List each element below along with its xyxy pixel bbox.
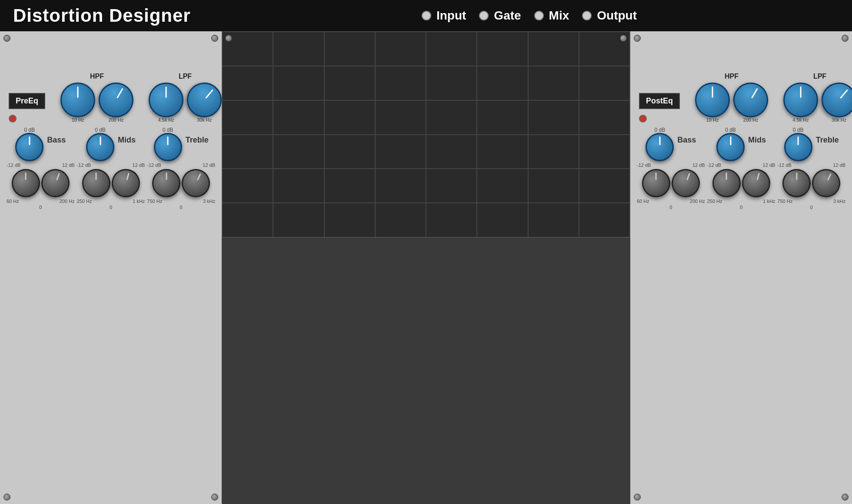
mix-meter: Mix (534, 9, 569, 23)
post-treble-zero: 0 (810, 205, 813, 210)
pre-treble-freq-min: 750 Hz (147, 199, 162, 204)
post-hpf-max: 200 Hz (743, 117, 759, 123)
grid-cell (477, 32, 528, 66)
post-bass-gain-max: 12 dB (692, 162, 705, 168)
post-hpf-knob1[interactable] (695, 83, 730, 117)
post-screw-br (842, 494, 849, 501)
pre-treble-band: 0 dB Treble -12 dB 12 dB (147, 127, 215, 497)
grid-cell (579, 66, 630, 100)
pre-treble-freq-max: 3 kHz (203, 199, 215, 204)
grid-cell (375, 100, 426, 135)
pre-treble-label: Treble (186, 136, 209, 145)
grid-cell (324, 169, 375, 203)
pre-mids-band: 0 dB Mids -12 dB 12 dB (77, 127, 145, 497)
post-screw-bl (634, 494, 641, 501)
post-hpf-min: 10 Hz (706, 117, 719, 123)
pre-bass-label: Bass (47, 136, 66, 145)
pre-mids-gain-min: -12 dB (77, 162, 91, 168)
pre-bass-freq-knob1[interactable] (12, 169, 40, 197)
pre-hpf-knob2[interactable] (92, 76, 140, 123)
post-mids-gain-knob[interactable] (716, 133, 745, 161)
post-treble-gain-max: 12 dB (833, 162, 845, 168)
pre-bass-gain-min: -12 dB (7, 162, 20, 168)
viz-screw-tl (225, 35, 232, 42)
pre-treble-gain-min: -12 dB (147, 162, 161, 168)
post-treble-gain-knob[interactable] (784, 133, 812, 161)
pre-hpf-knob1[interactable] (60, 83, 95, 117)
grid-cell (477, 100, 528, 135)
pre-treble-gain-knob[interactable] (154, 133, 182, 161)
pre-lpf-max: 30k Hz (197, 117, 212, 123)
pre-bass-gain-knob[interactable] (15, 133, 43, 161)
grid-cell (273, 169, 324, 203)
post-bass-gain-min: -12 dB (637, 162, 651, 168)
grid-cell (426, 32, 477, 66)
post-treble-freq-knob1[interactable] (782, 169, 811, 197)
post-lpf-min: 4.5k Hz (792, 117, 809, 123)
pre-bass-freq-max: 200 Hz (60, 199, 75, 204)
input-led (422, 11, 431, 20)
pre-bass-freq-min: 60 Hz (7, 199, 19, 204)
grid-cell (477, 203, 528, 237)
pre-hpf-label: HPF (90, 73, 104, 80)
grid-cell (477, 66, 528, 100)
post-mids-freq-max: 1 kHz (763, 199, 775, 204)
pre-treble-gain-max: 12 dB (203, 162, 215, 168)
post-bass-gain-knob[interactable] (646, 133, 674, 161)
grid-cell (426, 135, 477, 169)
post-eq-button[interactable]: PostEq (639, 93, 680, 109)
post-bass-label: Bass (677, 136, 696, 145)
post-treble-freq-min: 750 Hz (777, 199, 792, 204)
pre-mids-label: Mids (118, 136, 136, 145)
pre-mids-zero: 0 (110, 205, 112, 210)
pre-treble-gain-top: 0 dB (163, 127, 173, 133)
screw-bl (3, 494, 10, 501)
pre-treble-freq-knob1[interactable] (152, 169, 180, 197)
grid-cell (375, 169, 426, 203)
pre-mids-freq-knob1[interactable] (82, 169, 110, 197)
post-mids-freq-min: 250 Hz (707, 199, 722, 204)
grid-cell (375, 66, 426, 100)
viz-screw-tr (620, 35, 627, 42)
post-lpf-knob1[interactable] (783, 83, 818, 117)
grid-cell (375, 203, 426, 237)
grid-cell (528, 32, 579, 66)
gate-label: Gate (494, 9, 521, 23)
grid-cell (222, 66, 273, 100)
output-label: Output (597, 9, 637, 23)
grid-cell (426, 66, 477, 100)
post-bass-freq-min: 60 Hz (637, 199, 649, 204)
pre-mids-gain-knob[interactable] (86, 133, 114, 161)
pre-hpf-max: 200 Hz (109, 117, 124, 123)
post-bass-freq-knob1[interactable] (642, 169, 670, 197)
pre-lpf-min: 4.5k Hz (158, 117, 174, 123)
post-mids-gain-top: 0 dB (725, 127, 736, 133)
grid-cell (324, 100, 375, 135)
post-hpf-label: HPF (725, 73, 739, 80)
post-mids-freq-knob1[interactable] (712, 169, 741, 197)
post-mids-freq-knob2[interactable] (739, 166, 773, 201)
pre-bass-freq-knob2[interactable] (37, 165, 73, 201)
pre-eq-button[interactable]: PreEq (9, 93, 45, 109)
post-hpf-knob2[interactable] (727, 76, 774, 123)
pre-lpf-knob1[interactable] (149, 83, 183, 117)
grid-cell (273, 32, 324, 66)
post-screw-tr (842, 35, 849, 42)
pre-treble-freq-knob2[interactable] (177, 164, 214, 202)
grid-cell (477, 169, 528, 203)
screw-tl (3, 35, 10, 42)
pre-mids-freq-knob2[interactable] (108, 166, 143, 201)
grid-cell (579, 169, 630, 203)
app-title: Distortion Designer (13, 5, 220, 26)
post-screw-tl (634, 35, 641, 42)
post-treble-freq-knob2[interactable] (807, 164, 845, 202)
post-bass-freq-knob2[interactable] (668, 165, 704, 201)
grid-cell (375, 135, 426, 169)
grid-cell (528, 135, 579, 169)
pre-bass-band: 0 dB Bass -12 dB 12 dB (7, 127, 75, 497)
post-mids-label: Mids (748, 136, 766, 145)
grid-cell (528, 169, 579, 203)
main-content: PreEq HPF 10 Hz 200 H (0, 31, 852, 504)
grid-cell (222, 169, 273, 203)
post-mids-band: 0 dB Mids -12 dB 12 dB (707, 127, 775, 497)
